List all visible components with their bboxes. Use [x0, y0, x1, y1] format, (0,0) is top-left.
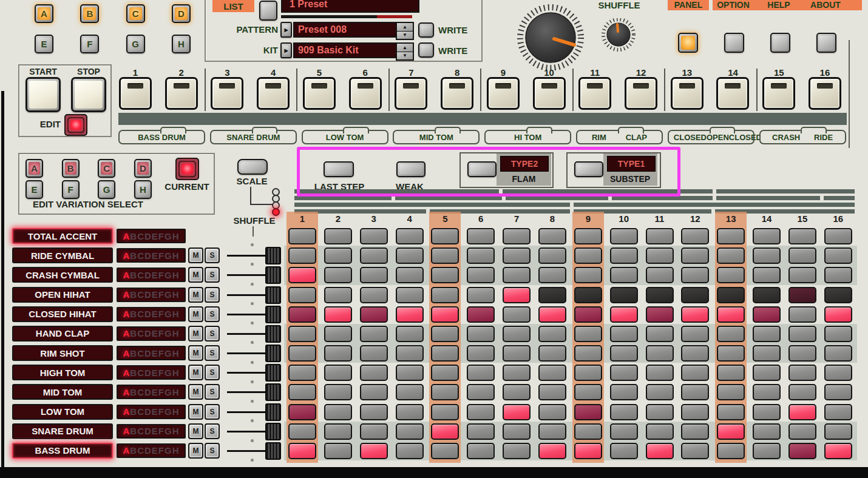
cell-ride-cymbal-15[interactable]	[788, 247, 816, 264]
solo-button-closed-hihat[interactable]: S	[205, 306, 220, 322]
cell-low-tom-15[interactable]	[788, 404, 816, 420]
cell-snare-drum-14[interactable]	[753, 423, 781, 440]
cell-total-accent-16[interactable]	[824, 228, 852, 244]
cell-open-hihat-9[interactable]	[574, 287, 602, 303]
cell-ride-cymbal-11[interactable]	[646, 247, 674, 264]
cell-total-accent-9[interactable]	[574, 228, 602, 244]
cell-closed-hihat-12[interactable]	[681, 306, 709, 323]
preset-display[interactable]: 1 Preset	[281, 0, 419, 13]
cell-open-hihat-4[interactable]	[396, 287, 424, 303]
mute-button-open-hihat[interactable]: M	[188, 287, 203, 303]
cell-total-accent-3[interactable]	[360, 228, 388, 244]
cell-rim-shot-13[interactable]	[717, 345, 745, 362]
level-fader-high-tom[interactable]	[265, 364, 281, 382]
spinner-down-icon[interactable]: ▼	[397, 52, 413, 60]
cell-rim-shot-3[interactable]	[360, 345, 388, 362]
step-button-10[interactable]	[533, 77, 566, 110]
cell-closed-hihat-15[interactable]	[788, 306, 816, 323]
mute-button-crash-cymbal[interactable]: M	[188, 267, 203, 283]
cell-rim-shot-4[interactable]	[396, 345, 424, 362]
cell-snare-drum-16[interactable]	[824, 423, 852, 440]
level-fader-closed-hihat[interactable]	[265, 306, 281, 323]
step-button-13[interactable]	[671, 77, 704, 110]
pattern-select-button-g[interactable]: G	[126, 35, 145, 53]
track-label-snare-drum[interactable]: SNARE DRUM	[12, 423, 113, 439]
cell-open-hihat-6[interactable]	[467, 287, 495, 303]
cell-low-tom-12[interactable]	[681, 404, 709, 420]
cell-open-hihat-7[interactable]	[503, 287, 531, 303]
step-button-6[interactable]	[349, 77, 382, 110]
cell-mid-tom-16[interactable]	[824, 384, 852, 400]
cell-hand-clap-11[interactable]	[646, 326, 674, 342]
cell-hand-clap-3[interactable]	[360, 326, 388, 342]
cell-snare-drum-2[interactable]	[324, 423, 352, 440]
cell-high-tom-12[interactable]	[681, 365, 709, 381]
pattern-value-display[interactable]: Preset 008	[293, 22, 399, 38]
cell-mid-tom-12[interactable]	[681, 384, 709, 400]
cell-hand-clap-4[interactable]	[396, 326, 424, 342]
cell-low-tom-1[interactable]	[288, 404, 316, 420]
cell-hand-clap-9[interactable]	[574, 326, 602, 342]
cell-bass-drum-13[interactable]	[717, 443, 745, 459]
cell-snare-drum-4[interactable]	[396, 423, 424, 440]
cell-crash-cymbal-7[interactable]	[503, 267, 531, 283]
cell-snare-drum-8[interactable]	[538, 423, 566, 440]
cell-crash-cymbal-3[interactable]	[360, 267, 388, 283]
cell-high-tom-3[interactable]	[360, 365, 388, 381]
cell-hand-clap-5[interactable]	[431, 326, 459, 342]
cell-open-hihat-5[interactable]	[431, 287, 459, 303]
cell-ride-cymbal-3[interactable]	[360, 247, 388, 264]
pattern-select-button-b[interactable]: B	[80, 4, 99, 23]
kit-dropdown-icon[interactable]: ▶	[280, 42, 292, 58]
current-button[interactable]	[178, 161, 196, 177]
track-label-mid-tom[interactable]: MID TOM	[12, 384, 113, 400]
cell-closed-hihat-3[interactable]	[360, 306, 388, 323]
mute-button-snare-drum[interactable]: M	[188, 423, 203, 439]
step-button-12[interactable]	[625, 77, 657, 110]
cell-rim-shot-11[interactable]	[646, 345, 674, 362]
mute-button-ride-cymbal[interactable]: M	[188, 247, 203, 263]
cell-rim-shot-6[interactable]	[467, 345, 495, 362]
cell-open-hihat-16[interactable]	[824, 287, 852, 303]
cell-mid-tom-11[interactable]	[646, 384, 674, 400]
cell-high-tom-1[interactable]	[288, 365, 316, 381]
variation-button-f[interactable]: F	[62, 180, 80, 199]
cell-snare-drum-10[interactable]	[610, 423, 638, 440]
cell-mid-tom-10[interactable]	[610, 384, 638, 400]
cell-total-accent-4[interactable]	[396, 228, 424, 244]
cell-bass-drum-2[interactable]	[324, 443, 352, 459]
solo-button-low-tom[interactable]: S	[205, 404, 220, 420]
start-button[interactable]	[25, 77, 61, 112]
cell-mid-tom-14[interactable]	[753, 384, 781, 400]
step-button-4[interactable]	[257, 77, 290, 110]
track-label-hand-clap[interactable]: HAND CLAP	[12, 326, 113, 342]
cell-open-hihat-11[interactable]	[646, 287, 674, 303]
cell-rim-shot-14[interactable]	[753, 345, 781, 362]
cell-mid-tom-2[interactable]	[324, 384, 352, 400]
list-button[interactable]	[259, 1, 277, 21]
cell-open-hihat-1[interactable]	[288, 287, 316, 303]
cell-open-hihat-2[interactable]	[324, 287, 352, 303]
main-knob[interactable]	[515, 2, 586, 70]
cell-open-hihat-14[interactable]	[753, 287, 781, 303]
cell-closed-hihat-4[interactable]	[396, 306, 424, 323]
pattern-dropdown-icon[interactable]: ▶	[280, 22, 292, 38]
menu-button-panel[interactable]	[678, 33, 698, 53]
cell-crash-cymbal-5[interactable]	[431, 267, 459, 283]
cell-total-accent-15[interactable]	[788, 228, 816, 244]
cell-crash-cymbal-9[interactable]	[574, 267, 602, 283]
pattern-select-button-a[interactable]: A	[35, 4, 53, 23]
variation-button-h[interactable]: H	[134, 180, 152, 199]
cell-closed-hihat-13[interactable]	[717, 306, 745, 323]
cell-total-accent-14[interactable]	[753, 228, 781, 244]
cell-total-accent-13[interactable]	[717, 228, 745, 244]
cell-low-tom-3[interactable]	[360, 404, 388, 420]
cell-high-tom-4[interactable]	[396, 365, 424, 381]
cell-crash-cymbal-14[interactable]	[753, 267, 781, 283]
cell-crash-cymbal-16[interactable]	[824, 267, 852, 283]
track-label-crash-cymbal[interactable]: CRASH CYMBAL	[12, 267, 113, 283]
cell-hand-clap-6[interactable]	[467, 326, 495, 342]
stop-button[interactable]	[71, 77, 106, 112]
kit-write-button[interactable]	[418, 42, 434, 58]
edit-button[interactable]	[67, 117, 84, 133]
